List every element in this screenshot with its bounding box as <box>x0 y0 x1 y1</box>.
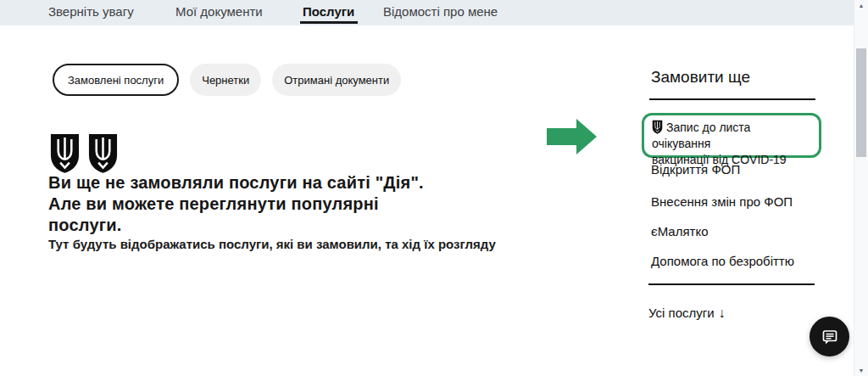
service-link-covid-vaccination-waitlist[interactable]: Запис до листа очікування вакцинації від… <box>642 113 821 158</box>
service-link-open-fop[interactable]: Відкриття ФОП <box>651 162 740 177</box>
chat-bubble-icon <box>820 327 840 347</box>
tab-my-documents[interactable]: Мої документи <box>175 4 263 19</box>
empty-state-heading: Ви ще не замовляли послуги на сайті "Дія… <box>48 172 424 236</box>
green-arrow-right-icon <box>547 118 598 155</box>
sidebar-title-divider <box>649 98 815 100</box>
sidebar-title: Замовити ще <box>651 68 750 87</box>
trident-shield-icon <box>49 132 81 174</box>
scroll-down-icon[interactable]: ▼ <box>854 368 868 373</box>
tab-pay-attention[interactable]: Зверніть увагу <box>48 4 134 19</box>
heading-line: послуги. <box>48 215 424 236</box>
scrollbar-thumb[interactable] <box>856 48 866 157</box>
heading-line: Ви ще не замовляли послуги на сайті "Дія… <box>48 172 424 194</box>
service-link-unemployment-aid[interactable]: Допомога по безробіттю <box>651 254 794 268</box>
top-navigation: Зверніть увагу Мої документи Послуги Від… <box>0 0 868 25</box>
service-link-label: Запис до листа очікування <box>652 121 750 150</box>
empty-state-description: Тут будуть відображатись послуги, які ви… <box>48 237 496 251</box>
trident-shield-icon <box>652 120 663 134</box>
service-link-change-fop[interactable]: Внесення змін про ФОП <box>651 194 793 209</box>
filter-drafts[interactable]: Чернетки <box>190 64 261 96</box>
filter-ordered-services[interactable]: Замовлені послуги <box>53 64 179 96</box>
trident-shield-icon <box>87 132 119 174</box>
filter-received-documents[interactable]: Отримані документи <box>272 64 401 96</box>
tab-services[interactable]: Послуги <box>303 4 354 19</box>
tab-info-about-me[interactable]: Відомості про мене <box>383 4 498 19</box>
all-services-link[interactable]: Усі послуги↓ <box>648 306 726 321</box>
empty-state-illustration <box>49 132 119 174</box>
scroll-up-icon[interactable]: ▲ <box>854 3 868 8</box>
scrollbar[interactable]: ▲ ▼ <box>854 0 868 376</box>
arrow-down-icon: ↓ <box>719 306 726 320</box>
diia-services-page: Зверніть увагу Мої документи Послуги Від… <box>0 0 868 376</box>
heading-line: Але ви можете переглянути популярні <box>48 194 424 215</box>
services-filter-bar: Замовлені послуги Чернетки Отримані доку… <box>53 64 401 96</box>
active-tab-underline <box>300 21 358 24</box>
sidebar-footer-divider <box>648 283 815 285</box>
all-services-label: Усі послуги <box>648 306 715 320</box>
service-link-emalyatko[interactable]: єМалятко <box>651 224 708 239</box>
chat-button[interactable] <box>810 317 849 356</box>
